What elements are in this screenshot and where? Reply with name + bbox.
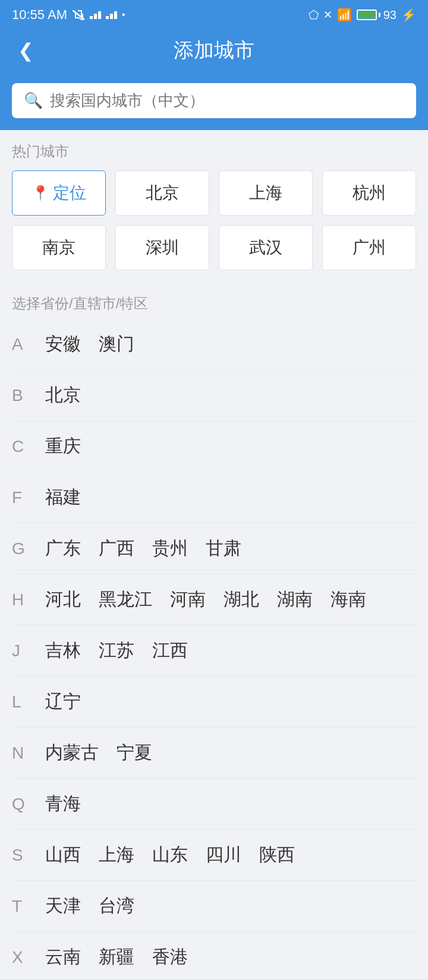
alpha-letter: T: [12, 897, 33, 916]
status-bar: 10:55 AM • ⬠ ✕ 📶 93 ⚡: [0, 0, 428, 30]
alpha-letter: N: [12, 744, 33, 763]
province-row: T天津台湾: [12, 881, 416, 932]
sim-icon: ✕: [323, 8, 332, 21]
location-icon: 📍: [32, 185, 49, 201]
city-name: 广州: [353, 236, 386, 259]
city-btn-nanjing[interactable]: 南京: [12, 225, 106, 270]
province-name[interactable]: 广西: [99, 536, 134, 561]
province-row: C重庆: [12, 421, 416, 472]
province-row: A安徽澳门: [12, 319, 416, 370]
province-name[interactable]: 广东: [45, 536, 81, 561]
province-name[interactable]: 辽宁: [45, 690, 81, 714]
province-row: N内蒙古宁夏: [12, 728, 416, 779]
city-name: 北京: [146, 182, 179, 204]
alpha-letter: G: [12, 539, 33, 558]
province-name[interactable]: 台湾: [99, 894, 134, 918]
province-name[interactable]: 山西: [45, 843, 81, 867]
back-button[interactable]: ❮: [12, 33, 40, 68]
province-name[interactable]: 宁夏: [117, 741, 152, 765]
city-name: 南京: [42, 236, 75, 259]
city-btn-hangzhou[interactable]: 杭州: [322, 170, 416, 216]
city-btn-guangzhou[interactable]: 广州: [322, 225, 416, 270]
province-row: S山西上海山东四川陕西: [12, 830, 416, 881]
province-label: 选择省份/直辖市/特区: [12, 294, 416, 313]
province-names: 吉林江苏江西: [45, 638, 416, 663]
province-name[interactable]: 陕西: [259, 843, 295, 867]
search-icon: 🔍: [24, 91, 43, 110]
hot-cities-section: 热门城市 📍 定位 北京 上海 杭州 南京 深圳 武汉 广州: [0, 130, 428, 282]
header: ❮ 添加城市: [0, 30, 428, 77]
hot-cities-grid: 📍 定位 北京 上海 杭州 南京 深圳 武汉 广州: [12, 170, 416, 270]
province-row: B北京: [12, 370, 416, 421]
province-name[interactable]: 黑龙江: [99, 587, 152, 612]
province-names: 重庆: [45, 434, 416, 459]
province-name[interactable]: 云南: [45, 945, 81, 969]
city-btn-shenzhen[interactable]: 深圳: [115, 225, 209, 270]
province-name[interactable]: 河北: [45, 587, 81, 612]
province-name[interactable]: 湖北: [224, 587, 259, 612]
province-name[interactable]: 天津: [45, 894, 81, 918]
signal-icon: [90, 11, 101, 19]
dot: •: [122, 10, 125, 20]
province-name[interactable]: 安徽: [45, 332, 81, 356]
alpha-letter: A: [12, 335, 33, 354]
search-input[interactable]: [50, 91, 404, 110]
province-row: J吉林江苏江西: [12, 625, 416, 676]
province-names: 河北黑龙江河南湖北湖南海南: [45, 587, 416, 612]
province-name[interactable]: 青海: [45, 792, 81, 816]
province-names: 广东广西贵州甘肃: [45, 536, 416, 561]
status-right: ⬠ ✕ 📶 93 ⚡: [309, 8, 416, 22]
city-btn-location[interactable]: 📍 定位: [12, 170, 106, 216]
search-box[interactable]: 🔍: [12, 83, 416, 118]
alpha-letter: Q: [12, 795, 33, 814]
wifi-icon: 📶: [337, 8, 352, 22]
province-name[interactable]: 香港: [152, 945, 188, 969]
province-name[interactable]: 江苏: [99, 638, 134, 663]
province-name[interactable]: 湖南: [277, 587, 313, 612]
alpha-letter: J: [12, 641, 33, 660]
province-names: 北京: [45, 383, 416, 407]
city-btn-wuhan[interactable]: 武汉: [219, 225, 313, 270]
province-name[interactable]: 内蒙古: [45, 741, 99, 765]
charging-icon: ⚡: [401, 8, 416, 22]
time: 10:55 AM: [12, 7, 67, 23]
province-name[interactable]: 澳门: [99, 332, 134, 356]
province-name[interactable]: 吉林: [45, 638, 81, 663]
province-name[interactable]: 北京: [45, 383, 81, 407]
page-title: 添加城市: [174, 37, 254, 64]
province-names: 青海: [45, 792, 416, 816]
province-name[interactable]: 河南: [170, 587, 206, 612]
alpha-letter: H: [12, 590, 33, 609]
alpha-letter: C: [12, 437, 33, 456]
province-name[interactable]: 江西: [152, 638, 188, 663]
alpha-letter: B: [12, 386, 33, 405]
province-names: 内蒙古宁夏: [45, 741, 416, 765]
province-row: H河北黑龙江河南湖北湖南海南: [12, 574, 416, 625]
province-name[interactable]: 甘肃: [206, 536, 241, 561]
city-btn-beijing[interactable]: 北京: [115, 170, 209, 216]
province-name[interactable]: 贵州: [152, 536, 188, 561]
search-container: 🔍: [0, 77, 428, 130]
province-names: 福建: [45, 485, 416, 510]
city-btn-shanghai[interactable]: 上海: [219, 170, 313, 216]
alpha-letter: S: [12, 846, 33, 865]
province-name[interactable]: 上海: [99, 843, 134, 867]
province-name[interactable]: 重庆: [45, 434, 81, 459]
province-row: L辽宁: [12, 676, 416, 728]
province-name[interactable]: 福建: [45, 485, 81, 510]
province-section: 选择省份/直辖市/特区: [0, 282, 428, 319]
province-name[interactable]: 新疆: [99, 945, 134, 969]
province-name[interactable]: 四川: [206, 843, 241, 867]
province-row: G广东广西贵州甘肃: [12, 523, 416, 574]
alpha-letter: X: [12, 948, 33, 967]
province-row: Q青海: [12, 779, 416, 830]
alpha-letter: F: [12, 488, 33, 507]
status-left: 10:55 AM •: [12, 7, 125, 23]
city-name: 武汉: [249, 236, 282, 259]
province-names: 山西上海山东四川陕西: [45, 843, 416, 867]
province-name[interactable]: 山东: [152, 843, 188, 867]
city-name: 上海: [249, 182, 282, 204]
province-name[interactable]: 海南: [331, 587, 366, 612]
province-list: A安徽澳门B北京C重庆F福建G广东广西贵州甘肃H河北黑龙江河南湖北湖南海南J吉林…: [0, 319, 428, 979]
province-names: 安徽澳门: [45, 332, 416, 356]
